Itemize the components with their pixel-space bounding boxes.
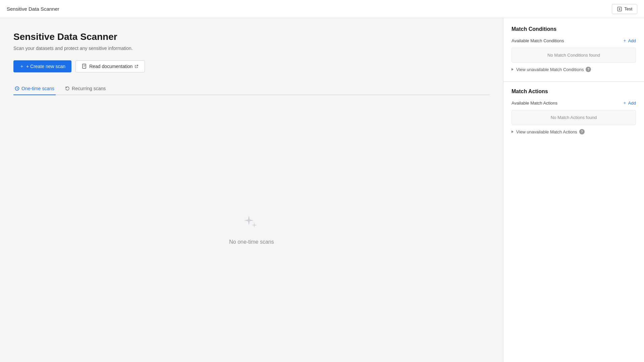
empty-state: No one-time scans: [13, 95, 490, 362]
match-conditions-section: Match Conditions Available Match Conditi…: [503, 26, 644, 73]
view-unavailable-actions[interactable]: View unavailable Match Actions ?: [512, 128, 636, 136]
view-unavailable-conditions-label: View unavailable Match Conditions: [516, 67, 584, 72]
view-unavailable-actions-label: View unavailable Match Actions: [516, 129, 577, 134]
add-match-condition-button[interactable]: ＋ Add: [623, 38, 636, 44]
no-match-actions-box: No Match Actions found: [512, 110, 636, 125]
add-condition-label: Add: [628, 38, 636, 43]
action-row: ＋ + Create new scan Read documentation: [13, 60, 490, 72]
one-time-icon: [15, 86, 19, 91]
available-match-actions-label: Available Match Actions: [512, 101, 557, 106]
sidebar-right: Match Conditions Available Match Conditi…: [503, 18, 644, 362]
match-actions-header: Available Match Actions ＋ Add: [512, 100, 636, 106]
no-match-actions-text: No Match Actions found: [551, 115, 597, 120]
no-match-conditions-box: No Match Conditions found: [512, 48, 636, 63]
no-match-conditions-text: No Match Conditions found: [547, 53, 600, 58]
match-conditions-title: Match Conditions: [512, 26, 636, 32]
doc-icon: [82, 64, 87, 69]
read-doc-label: Read documentation: [89, 64, 132, 69]
nav-right: Test: [612, 4, 637, 14]
plus-icon: ＋: [19, 63, 24, 69]
tab-one-time-label: One-time scans: [21, 86, 54, 91]
tab-recurring-scans[interactable]: Recurring scans: [64, 82, 107, 95]
add-match-action-button[interactable]: ＋ Add: [623, 100, 636, 106]
page-title: Sensitive Data Scanner: [13, 32, 490, 42]
add-action-label: Add: [628, 101, 636, 106]
match-actions-title: Match Actions: [512, 88, 636, 95]
empty-state-text: No one-time scans: [229, 239, 274, 245]
chevron-right-icon: [512, 68, 514, 71]
content-area: Sensitive Data Scanner Scan your dataset…: [0, 18, 503, 362]
recurring-icon: [65, 86, 70, 91]
sidebar-divider: [503, 81, 644, 82]
page-subtitle: Scan your datasets and protect any sensi…: [13, 46, 490, 51]
main-layout: Sensitive Data Scanner Scan your dataset…: [0, 18, 644, 362]
plus-icon: ＋: [623, 38, 627, 44]
top-nav: Sensitive Data Scanner Test: [0, 0, 644, 18]
tabs-container: One-time scans Recurring scans: [13, 82, 490, 95]
test-icon: [617, 6, 622, 12]
plus-icon: ＋: [623, 100, 627, 106]
match-conditions-header: Available Match Conditions ＋ Add: [512, 38, 636, 44]
sparkle-icon: [241, 212, 262, 234]
tab-recurring-label: Recurring scans: [72, 86, 106, 91]
help-icon[interactable]: ?: [579, 129, 585, 134]
create-scan-label: + Create new scan: [26, 64, 65, 69]
view-unavailable-conditions[interactable]: View unavailable Match Conditions ?: [512, 65, 636, 73]
test-button[interactable]: Test: [612, 4, 637, 14]
create-new-scan-button[interactable]: ＋ + Create new scan: [13, 60, 71, 72]
match-actions-section: Match Actions Available Match Actions ＋ …: [503, 88, 644, 136]
external-link-icon: [135, 64, 139, 68]
tab-one-time-scans[interactable]: One-time scans: [13, 82, 56, 95]
app-title: Sensitive Data Scanner: [7, 6, 59, 12]
chevron-right-icon: [512, 130, 514, 133]
help-icon[interactable]: ?: [586, 67, 591, 72]
available-match-conditions-label: Available Match Conditions: [512, 38, 564, 43]
test-label: Test: [624, 6, 632, 11]
read-documentation-button[interactable]: Read documentation: [75, 60, 145, 72]
